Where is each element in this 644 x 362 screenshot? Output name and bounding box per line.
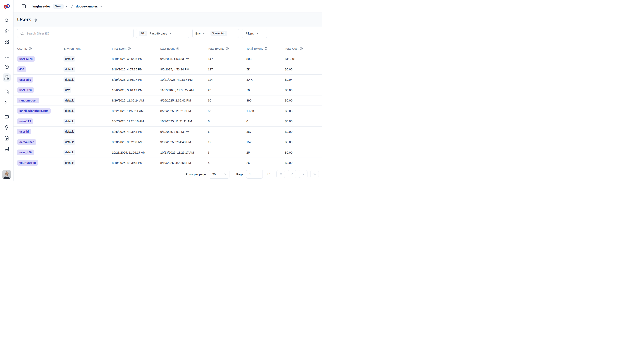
sidebar-item-annotation[interactable] <box>2 134 11 142</box>
sidebar-nav <box>2 13 11 159</box>
sidebar-item-evaluation[interactable] <box>2 124 11 132</box>
first-page-button[interactable] <box>276 170 285 178</box>
table-row: demo-userdefault8/28/2025, 9:32:30 AM9/3… <box>14 137 322 147</box>
home-icon <box>4 29 9 34</box>
environment-cell: default <box>64 129 75 134</box>
table-row: user-iddefault8/25/2025, 4:23:43 PM9/1/2… <box>14 127 322 137</box>
sidebar-item-home[interactable] <box>2 27 11 35</box>
column-header-total_cost[interactable]: Total Cost <box>285 43 322 54</box>
column-label: Total Tokens <box>246 47 263 50</box>
total-tokens-cell: 26 <box>246 161 250 164</box>
sidebar-item-datasets[interactable] <box>2 145 11 153</box>
previous-page-button[interactable] <box>288 170 296 178</box>
sidebar-group <box>2 52 11 82</box>
environment-filter-button[interactable]: Env 5 selected <box>192 29 239 38</box>
user-id-badge[interactable]: jannik@langfuse.com <box>17 108 50 114</box>
next-page-button[interactable] <box>299 170 308 178</box>
sidebar-item-tracing[interactable] <box>2 52 11 60</box>
sidebar-group <box>2 88 11 107</box>
table-row: user_123dev10/6/2025, 3:16:12 PM11/13/20… <box>14 85 322 96</box>
column-header-total_events[interactable]: Total Events <box>208 43 246 54</box>
last-event-cell: 8/19/2025, 4:23:58 PM <box>160 161 191 164</box>
sidebar <box>0 0 14 181</box>
last-page-button[interactable] <box>310 170 319 178</box>
environment-badge: default <box>64 150 75 155</box>
environment-cell: default <box>64 98 75 103</box>
info-icon[interactable] <box>226 47 229 50</box>
column-header-user_id[interactable]: User ID <box>14 43 64 54</box>
rows-per-page-select[interactable]: 50 <box>209 170 230 179</box>
user-id-cell: user-123 <box>14 118 33 124</box>
page-title-info-icon[interactable] <box>34 18 37 22</box>
info-icon[interactable] <box>29 47 32 50</box>
table-row: user-123default10/7/2025, 11:28:16 AM10/… <box>14 116 322 127</box>
org-switcher-button[interactable] <box>65 5 68 8</box>
user-id-cell: user-abc <box>14 77 33 83</box>
project-name: docs-examples <box>76 5 98 8</box>
project-switcher-button[interactable]: docs-examples <box>76 5 103 8</box>
user-id-badge[interactable]: demo-user <box>17 139 36 145</box>
column-header-environment[interactable]: Environment <box>64 43 112 54</box>
sidebar-item-sessions[interactable] <box>2 63 11 71</box>
sidebar-item-scores[interactable] <box>2 113 11 121</box>
user-id-badge[interactable]: your-user-id <box>17 160 38 166</box>
prompts-icon <box>4 89 9 94</box>
table-row: 456default8/19/2025, 4:05:35 PM9/5/2025,… <box>14 64 322 75</box>
environment-cell: default <box>64 139 75 145</box>
chevron-down-icon <box>169 32 172 35</box>
first-event-cell: 8/22/2025, 11:53:11 AM <box>112 109 144 113</box>
column-header-first_event[interactable]: First Event <box>112 43 160 54</box>
pagination-controls <box>276 170 319 178</box>
total-pages-label: of 1 <box>266 173 271 176</box>
info-icon[interactable] <box>264 47 268 50</box>
user-id-badge[interactable]: user_123 <box>17 87 34 93</box>
total-cost-cell: $0.04 <box>285 78 292 81</box>
date-range-button[interactable]: 90d Past 90 days <box>136 29 189 38</box>
user-id-badge[interactable]: random-user <box>17 98 39 103</box>
info-icon[interactable] <box>128 47 131 50</box>
search-icon <box>4 18 9 23</box>
total-cost-cell: $0.00 <box>285 88 292 92</box>
panel-left-icon <box>21 4 26 9</box>
column-header-total_tokens[interactable]: Total Tokens <box>246 43 285 54</box>
environment-cell: default <box>64 119 75 124</box>
sidebar-item-prompts[interactable] <box>2 88 11 96</box>
sidebar-item-dashboards[interactable] <box>2 38 11 46</box>
total-events-cell: 55 <box>208 109 211 113</box>
info-icon[interactable] <box>176 47 179 50</box>
first-event-cell: 10/7/2025, 11:28:16 AM <box>112 119 144 123</box>
breadcrumb-separator <box>71 4 74 9</box>
user-id-badge[interactable]: user-abc <box>17 77 33 83</box>
environment-cell: default <box>64 160 75 165</box>
column-header-last_event[interactable]: Last Event <box>160 43 208 54</box>
chevron-right-icon <box>302 173 305 176</box>
user-id-badge[interactable]: 456 <box>17 66 26 72</box>
last-event-cell: 11/13/2025, 11:35:27 AM <box>160 88 194 92</box>
user-id-badge[interactable]: user-5678 <box>17 56 35 62</box>
table-row: user-abcdefault8/19/2025, 3:36:27 PM10/2… <box>14 75 322 85</box>
total-events-cell: 147 <box>208 57 213 61</box>
total-events-cell: 114 <box>208 78 213 81</box>
sidebar-item-users[interactable] <box>2 74 11 82</box>
sidebar-toggle-button[interactable] <box>20 3 27 10</box>
users-table: User IDEnvironmentFirst EventLast EventT… <box>14 43 322 168</box>
avatar[interactable] <box>2 170 11 179</box>
user-id-badge[interactable]: user-123 <box>17 118 33 124</box>
user-id-badge[interactable]: user_456 <box>17 150 34 155</box>
sidebar-item-playground[interactable] <box>2 99 11 107</box>
search-input[interactable] <box>26 32 131 35</box>
users-table-body: user-5678default8/19/2025, 4:05:36 PM9/5… <box>14 54 322 168</box>
user-id-badge[interactable]: user-id <box>17 129 31 134</box>
total-tokens-cell: 152 <box>246 140 252 144</box>
rows-per-page-value: 50 <box>212 173 216 176</box>
user-id-cell: jannik@langfuse.com <box>14 108 50 114</box>
page-label: Page <box>236 173 243 176</box>
chevron-down-icon <box>65 5 68 8</box>
last-event-cell: 10/21/2025, 4:23:37 PM <box>160 78 192 81</box>
sidebar-item-search[interactable] <box>2 16 11 25</box>
page-input[interactable] <box>246 170 263 179</box>
table-row: jannik@langfuse.comdefault8/22/2025, 11:… <box>14 106 322 116</box>
search-icon <box>20 32 24 35</box>
filters-button[interactable]: Filters <box>242 29 267 38</box>
info-icon[interactable] <box>300 47 303 50</box>
